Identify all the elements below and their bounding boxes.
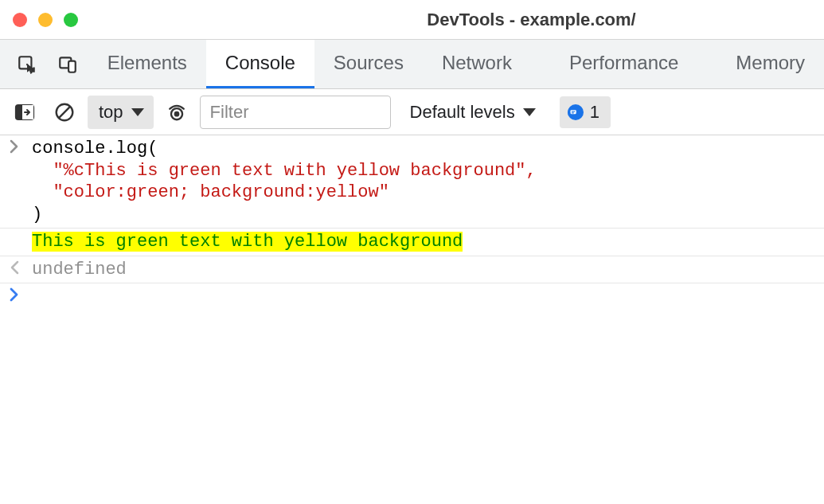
minimize-window-button[interactable] (38, 13, 53, 27)
maximize-window-button[interactable] (64, 13, 78, 27)
window-titlebar: DevTools - example.com/ (0, 0, 824, 40)
execution-context-select[interactable]: top (88, 96, 154, 129)
tab-elements[interactable]: Elements (88, 40, 206, 88)
svg-rect-3 (68, 61, 76, 72)
return-text: undefined (32, 260, 127, 279)
tab-label: Memory (736, 52, 805, 74)
console-log-output: This is green text with yellow backgroun… (0, 228, 824, 256)
chevron-down-icon (131, 108, 144, 116)
issues-count: 1 (590, 102, 599, 123)
issues-icon (568, 104, 584, 120)
log-message: This is green text with yellow backgroun… (32, 231, 816, 253)
levels-label: Default levels (410, 102, 515, 123)
tab-label: Elements (107, 52, 187, 74)
tab-network[interactable]: Network (423, 40, 531, 88)
live-expression-icon[interactable] (160, 96, 193, 129)
styled-log-text: This is green text with yellow backgroun… (32, 232, 463, 252)
window-title: DevTools - example.com/ (427, 10, 635, 30)
return-chevron-icon (10, 259, 32, 275)
device-toolbar-icon[interactable] (47, 40, 88, 88)
tab-label: Network (442, 52, 512, 74)
console-prompt[interactable] (0, 283, 824, 304)
chevron-down-icon (523, 108, 536, 116)
tab-performance[interactable]: Performance (550, 40, 697, 88)
log-levels-select[interactable]: Default levels (404, 102, 542, 123)
prompt-chevron-icon (10, 286, 32, 302)
svg-point-9 (174, 112, 178, 115)
console-area: console.log( "%cThis is green text with … (0, 135, 824, 304)
toggle-sidebar-icon[interactable] (8, 96, 41, 129)
tab-sources[interactable]: Sources (314, 40, 423, 88)
console-input-echo: console.log( "%cThis is green text with … (0, 135, 824, 228)
svg-line-7 (59, 106, 70, 117)
tab-label: Sources (334, 52, 404, 74)
console-toolbar: top Default levels 1 (0, 89, 824, 135)
clear-console-icon[interactable] (48, 96, 81, 129)
panel-tabstrip: Elements Console Sources Network Perform… (0, 40, 824, 89)
inspect-element-icon[interactable] (6, 40, 47, 88)
svg-rect-13 (572, 112, 574, 113)
tab-label: Console (225, 52, 295, 74)
tab-console[interactable]: Console (206, 40, 314, 88)
context-label: top (99, 102, 123, 123)
window-controls (13, 13, 78, 27)
tab-memory[interactable]: Memory (717, 40, 824, 88)
input-code: console.log( "%cThis is green text with … (32, 138, 816, 225)
svg-rect-12 (572, 111, 575, 111)
console-return-value: undefined (0, 256, 824, 283)
tab-label: Performance (569, 52, 678, 74)
input-chevron-icon (10, 138, 32, 154)
close-window-button[interactable] (13, 13, 27, 27)
filter-input[interactable] (200, 96, 391, 129)
issues-chip[interactable]: 1 (560, 96, 611, 128)
output-gutter (10, 231, 32, 232)
